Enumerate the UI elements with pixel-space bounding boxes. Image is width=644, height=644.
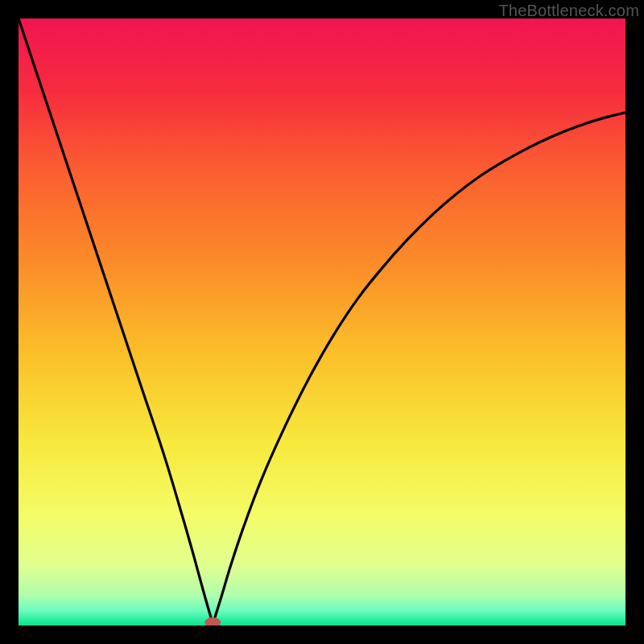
chart-frame: TheBottleneck.com [0,0,644,644]
bottleneck-chart [19,19,625,625]
attribution-text: TheBottleneck.com [498,2,639,20]
plot-background [19,19,625,625]
